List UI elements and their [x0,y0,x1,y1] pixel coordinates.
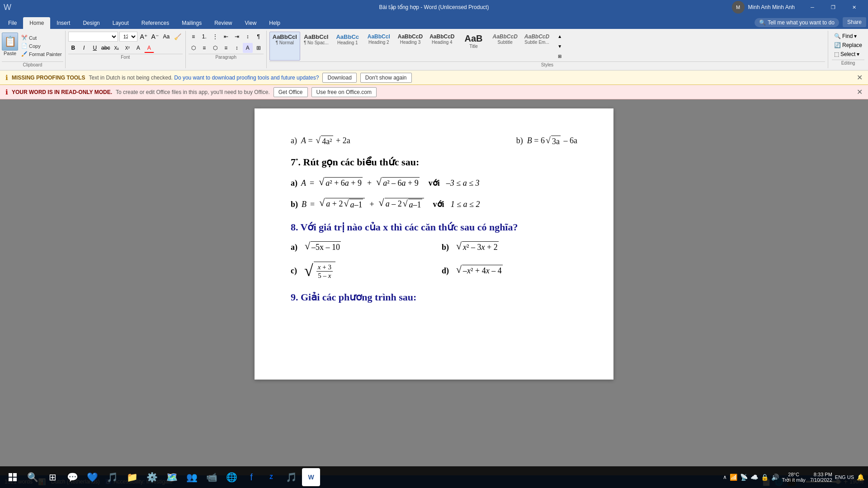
taskbar-word[interactable]: W [302,468,320,486]
user-avatar[interactable]: M [732,1,745,14]
replace-button[interactable]: 🔄 Replace [832,41,864,50]
taskbar-meet[interactable]: 📹 [203,468,221,486]
tab-home[interactable]: Home [23,17,50,29]
find-label: Find [842,33,853,39]
select-button[interactable]: ⬚ Select ▾ [832,50,864,59]
style-heading2[interactable]: AaBbCcI Heading 2 [363,32,394,61]
shrink-font-button[interactable]: A⁻ [150,32,160,42]
ribbon-body: 📋 Paste ✂️ Cut 📄 Copy 🖌️ Format Painter [0,29,868,70]
close-button[interactable]: ✕ [844,0,864,14]
borders-button[interactable]: ⊞ [254,43,264,53]
clock-date: 7/10/2022 [810,477,832,483]
increase-indent-button[interactable]: ⇥ [232,32,242,42]
justify-button[interactable]: ≡ [221,43,231,53]
start-button[interactable] [4,468,22,486]
style-no-spacing[interactable]: AaBbCcI ¶ No Spac... [301,32,332,61]
cut-button[interactable]: ✂️ Cut [20,34,63,41]
download-button[interactable]: Download [322,73,356,83]
tab-review[interactable]: Review [208,17,238,29]
taskbar-clock[interactable]: 8:33 PM 7/10/2022 [810,472,832,483]
taskbar-files[interactable]: 📁 [123,468,141,486]
tab-mailings[interactable]: Mailings [175,17,208,29]
style-heading3[interactable]: AaBbCcD Heading 3 [395,32,426,61]
style-heading1[interactable]: AaBbCc Heading 1 [332,32,363,61]
change-case-button[interactable]: Aa [161,32,171,42]
clear-format-button[interactable]: 🧹 [173,32,183,42]
underline-button[interactable]: U [90,43,100,53]
format-painter-icon: 🖌️ [21,51,28,57]
taskbar-widgets[interactable]: ⊞ [43,468,61,486]
taskbar-maps[interactable]: 🗺️ [163,468,181,486]
sort-button[interactable]: ↕ [243,32,253,42]
style-heading4[interactable]: AaBbCcD Heading 4 [426,32,458,61]
minimize-button[interactable]: ─ [802,0,823,14]
taskbar-chevron-icon[interactable]: ∧ [723,474,727,480]
proofing-close-button[interactable]: ✕ [857,73,863,82]
taskbar-zalo[interactable]: Z [262,468,280,486]
font-name-selector[interactable] [68,32,118,42]
share-button[interactable]: Share [843,17,866,27]
taskbar-edge[interactable]: 🌐 [222,468,241,486]
styles-expand[interactable]: ⊞ [555,52,565,61]
line-spacing-button[interactable]: ↕ [232,43,242,53]
font-size-selector[interactable]: 12 10111416 [119,32,137,42]
taskbar-search[interactable]: 🔍 [24,468,42,486]
styles-scroll-up[interactable]: ▲ [555,32,565,41]
paste-button[interactable]: 📋 Paste [2,33,18,56]
subscript-button[interactable]: X₂ [112,43,122,53]
tab-layout[interactable]: Layout [106,17,135,29]
taskbar-volume-icon[interactable]: 🔊 [771,474,779,481]
tab-view[interactable]: View [239,17,263,29]
numbering-button[interactable]: 1. [199,32,209,42]
tab-design[interactable]: Design [76,17,106,29]
window-title: Bài tập tổng hợp - Word (Unlicensed Prod… [379,4,489,10]
readonly-close-button[interactable]: ✕ [857,88,863,96]
dont-show-again-button[interactable]: Don't show again [360,73,412,83]
copy-button[interactable]: 📄 Copy [20,42,63,49]
multilevel-list-button[interactable]: ⋮ [210,32,220,42]
taskbar-lang[interactable]: ENG US [835,474,854,480]
proofing-text: Text in Dutch is not being checked. Do y… [89,75,319,81]
font-color-button[interactable]: A [144,43,154,53]
find-button[interactable]: 🔍 Find ▾ [832,32,864,41]
taskbar-facebook[interactable]: f [242,468,260,486]
decrease-indent-button[interactable]: ⇤ [221,32,231,42]
tab-help[interactable]: Help [263,17,287,29]
problem-9-header: 9. Giải các phương trình sau: [291,291,577,303]
tab-references[interactable]: References [135,17,175,29]
grow-font-button[interactable]: A⁺ [139,32,149,42]
taskbar-settings[interactable]: ⚙️ [143,468,161,486]
tab-file[interactable]: File [2,17,23,29]
taskbar-weather[interactable]: 28°C Trời ít mây [782,472,805,483]
get-office-button[interactable]: Get Office [274,87,308,97]
taskbar-teams2[interactable]: 👥 [183,468,201,486]
restore-button[interactable]: ❐ [823,0,844,14]
style-subtle-em[interactable]: AaBbCcD Subtle Em... [521,32,552,61]
format-painter-button[interactable]: 🖌️ Format Painter [20,51,63,57]
text-highlight-button[interactable]: A [133,43,143,53]
taskbar-messenger[interactable]: 💙 [83,468,101,486]
show-formatting-button[interactable]: ¶ [254,32,264,42]
align-right-button[interactable]: ⬡ [210,43,220,53]
bold-button[interactable]: B [68,43,78,53]
use-free-button[interactable]: Use free on Office.com [311,87,377,97]
align-left-button[interactable]: ⬡ [189,43,198,53]
bullets-button[interactable]: ≡ [189,32,198,42]
styles-scroll-down[interactable]: ▼ [555,42,565,51]
taskbar-notification-icon[interactable]: 🔔 [857,474,864,481]
problem-8d: d) √ –x² + 4x – 4 [442,262,577,281]
taskbar-spotify-green[interactable]: 🎵 [103,468,121,486]
problem-8ab: a) √ –5x – 10 b) √ x² – 3x + 2 [291,241,577,253]
superscript-button[interactable]: X² [123,43,132,53]
style-normal[interactable]: AaBbCcI ¶ Normal [269,32,300,61]
taskbar-teams[interactable]: 💬 [63,468,81,486]
shading-button[interactable]: A [243,43,253,53]
align-center-button[interactable]: ≡ [199,43,209,53]
italic-button[interactable]: I [79,43,89,53]
style-subtitle[interactable]: AaBbCcD Subtitle [489,32,520,61]
tab-insert[interactable]: Insert [50,17,76,29]
strikethrough-button[interactable]: abc [101,43,111,53]
taskbar-spotify[interactable]: 🎵 [282,468,300,486]
tell-me-box[interactable]: 🔍 Tell me what you want to do [755,18,839,27]
style-title[interactable]: AaB Title [458,32,489,61]
